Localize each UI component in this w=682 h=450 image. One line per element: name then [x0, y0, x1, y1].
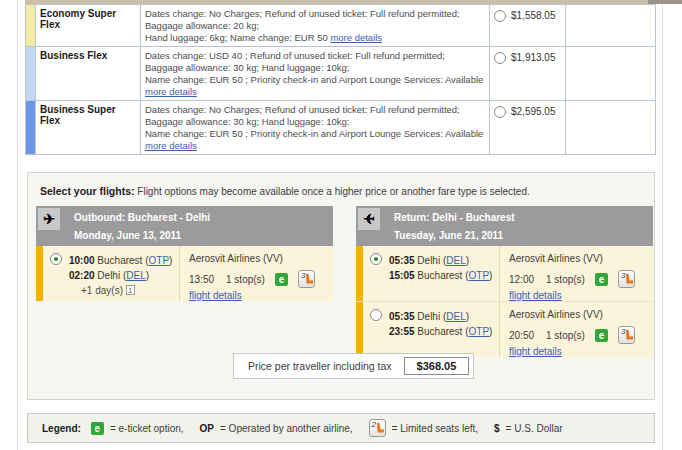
limited-seats-icon: 3	[618, 270, 635, 288]
select-flights-title: Select your flights:	[40, 185, 135, 197]
fare-description-text: Dates change: No Charges; Refund of unus…	[145, 8, 460, 43]
airport-code-link[interactable]: DEL	[446, 311, 465, 322]
price-value: $368.05	[404, 357, 470, 375]
fare-price-cell: $1,558.05	[490, 5, 566, 46]
return-date: Tuesday, June 21, 2011	[394, 230, 503, 241]
flight-duration: 12:00	[509, 274, 534, 285]
plus-days-badge: 1	[126, 285, 135, 295]
return-flight-box: ✈ Return: Delhi - Bucharest Tuesday, Jun…	[356, 206, 653, 357]
flight-times: 05:35 Delhi (DEL) 15:05 Bucharest (OTP)	[389, 246, 499, 301]
fare-empty-cell	[566, 101, 655, 154]
price-per-traveller-bar: Price per traveller including tax $368.0…	[233, 353, 474, 379]
airline-name: Aerosvit Airlines (VV)	[509, 309, 653, 320]
more-details-link[interactable]: more details	[145, 140, 197, 151]
airport-code-link[interactable]: OTP	[469, 326, 490, 337]
fare-description: Dates change: No Charges; Refund of unus…	[141, 5, 490, 46]
fare-row-economy-super-flex: Economy Super Flex Dates change: No Char…	[26, 5, 655, 47]
eticket-icon: e	[595, 329, 608, 342]
fare-color-band	[26, 47, 36, 100]
limited-seats-icon: 3	[618, 326, 635, 344]
eticket-icon: e	[91, 422, 104, 435]
fare-empty-cell	[566, 5, 655, 46]
fare-row-business-flex: Business Flex Dates change: USD 40 ; Ref…	[26, 47, 655, 101]
more-details-link[interactable]: more details	[145, 86, 197, 97]
airline-name: Aerosvit Airlines (VV)	[189, 253, 333, 264]
page-left-border	[17, 0, 18, 450]
legend-dollar-label: $	[494, 423, 500, 434]
flight-airline-info: Aerosvit Airlines (VV) 20:50 1 stop(s) e…	[499, 302, 653, 357]
fare-color-band	[26, 5, 36, 46]
flight-radio-selected[interactable]	[50, 253, 62, 265]
return-option-1: 05:35 Delhi (DEL) 15:05 Bucharest (OTP) …	[356, 246, 653, 302]
outbound-option-1: 10:00 Bucharest (OTP) 02:20 Delhi (DEL) …	[36, 246, 333, 301]
limited-seats-icon: 2	[369, 419, 386, 437]
flight-booking-page: { "colors": { "economy_band": "#F2ECA4",…	[0, 0, 682, 450]
fare-price: $1,913.05	[511, 52, 556, 63]
fare-empty-cell	[566, 47, 655, 100]
outbound-date: Monday, June 13, 2011	[74, 230, 181, 241]
plane-right-icon: ✈	[38, 208, 60, 230]
legend-title: Legend:	[42, 423, 81, 434]
fare-radio[interactable]	[494, 106, 506, 118]
fare-price-cell: $1,913.05	[490, 47, 566, 100]
flight-times: 05:35 Delhi (DEL) 23:55 Bucharest (OTP)	[389, 302, 499, 357]
flight-airline-info: Aerosvit Airlines (VV) 12:00 1 stop(s) e…	[499, 246, 653, 301]
flight-details-link[interactable]: flight details	[509, 290, 562, 301]
airport-code-link[interactable]: OTP	[149, 255, 170, 266]
fare-radio[interactable]	[494, 52, 506, 64]
fare-price: $2,595.05	[511, 106, 556, 117]
select-flights-panel: Select your flights: Flight options may …	[27, 172, 655, 400]
price-label: Price per traveller including tax	[248, 360, 392, 372]
return-header: ✈ Return: Delhi - Bucharest Tuesday, Jun…	[356, 206, 653, 246]
flight-radio[interactable]	[370, 309, 382, 321]
duration-stops-line: 20:50 1 stop(s) e 3	[509, 326, 653, 344]
duration-stops-line: 12:00 1 stop(s) e 3	[509, 270, 653, 288]
fare-color-band	[26, 101, 36, 154]
fare-comparison-table: Economy Super Flex Dates change: No Char…	[25, 4, 656, 155]
fare-price-cell: $2,595.05	[490, 101, 566, 154]
flight-radio-selected[interactable]	[370, 253, 382, 265]
outbound-header: ✈ Outbound: Bucharest - Delhi Monday, Ju…	[36, 206, 333, 246]
legend-dollar-text: = U.S. Dollar	[506, 423, 563, 434]
legend-op-text: = Operated by another airline,	[220, 423, 353, 434]
flight-details-link[interactable]: flight details	[189, 290, 242, 301]
page-right-border	[662, 0, 663, 450]
flight-details-link[interactable]: flight details	[509, 346, 562, 357]
flight-duration: 13:50	[189, 274, 214, 285]
airport-code-link[interactable]: DEL	[126, 270, 145, 281]
fare-price: $1,558.05	[511, 10, 556, 21]
limited-seats-icon: 3	[298, 270, 315, 288]
select-flights-intro: Select your flights: Flight options may …	[40, 185, 530, 197]
fare-description-text: Dates change: USD 40 ; Refund of unused …	[145, 50, 483, 85]
fare-name: Business Super Flex	[36, 101, 141, 154]
flight-stops: 1 stop(s)	[546, 330, 585, 341]
fare-name: Economy Super Flex	[36, 5, 141, 46]
select-flights-subtitle: Flight options may become available once…	[137, 186, 529, 197]
eticket-icon: e	[275, 273, 288, 286]
plane-left-icon: ✈	[358, 208, 380, 230]
legend-eticket-text: = e-ticket option,	[110, 423, 184, 434]
plus-days: +1 day(s) 1	[69, 283, 179, 298]
more-details-link[interactable]: more details	[330, 32, 382, 43]
legend-op-label: OP	[200, 423, 214, 434]
outbound-flight-box: ✈ Outbound: Bucharest - Delhi Monday, Ju…	[36, 206, 333, 301]
duration-stops-line: 13:50 1 stop(s) e 3	[189, 270, 333, 288]
return-route: Return: Delhi - Bucharest	[394, 212, 515, 223]
fare-row-business-super-flex: Business Super Flex Dates change: No Cha…	[26, 101, 655, 154]
option-color-band	[356, 246, 363, 301]
airport-code-link[interactable]: DEL	[446, 255, 465, 266]
fare-description-text: Dates change: No Charges; Refund of unus…	[145, 104, 483, 139]
legend-seats-text: = Limited seats left,	[392, 423, 478, 434]
flight-duration: 20:50	[509, 330, 534, 341]
fare-description: Dates change: USD 40 ; Refund of unused …	[141, 47, 490, 100]
fare-radio[interactable]	[494, 10, 506, 22]
option-color-band	[356, 302, 363, 357]
fare-description: Dates change: No Charges; Refund of unus…	[141, 101, 490, 154]
airport-code-link[interactable]: OTP	[469, 270, 490, 281]
flight-stops: 1 stop(s)	[546, 274, 585, 285]
flight-stops: 1 stop(s)	[226, 274, 265, 285]
eticket-icon: e	[595, 273, 608, 286]
airline-name: Aerosvit Airlines (VV)	[509, 253, 653, 264]
flight-airline-info: Aerosvit Airlines (VV) 13:50 1 stop(s) e…	[179, 246, 333, 301]
return-option-2: 05:35 Delhi (DEL) 23:55 Bucharest (OTP) …	[356, 302, 653, 357]
